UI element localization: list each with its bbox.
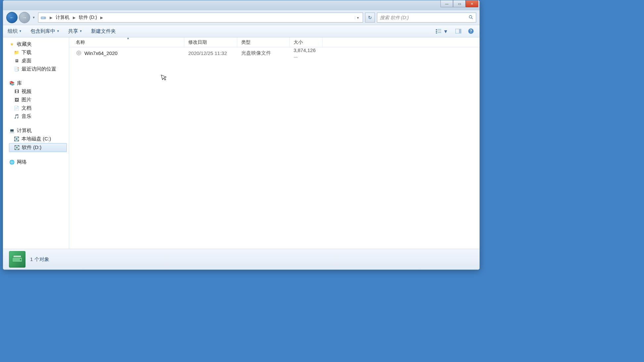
search-box[interactable] — [377, 13, 476, 23]
svg-rect-9 — [438, 32, 441, 33]
column-header-name[interactable]: ▲名称 — [69, 37, 184, 47]
sidebar-item-music[interactable]: 🎵音乐 — [9, 112, 69, 121]
status-bar: 1 个对象 — [3, 249, 480, 270]
svg-point-1 — [44, 18, 45, 18]
search-icon[interactable] — [469, 15, 473, 21]
maximize-button[interactable]: ▭ — [453, 0, 466, 7]
address-row: ← → ▼ ▶ 计算机 ▶ 软件 (D:) ▶ ▾ ↻ — [3, 10, 480, 25]
sidebar-item-videos[interactable]: 🎞视频 — [9, 87, 69, 96]
star-icon: ★ — [9, 41, 15, 47]
svg-rect-18 — [13, 255, 21, 257]
sidebar-item-drive-d[interactable]: 💽软件 (D:) — [9, 143, 67, 152]
svg-point-15 — [78, 52, 79, 54]
address-dropdown[interactable]: ▾ — [355, 16, 361, 20]
breadcrumb-root[interactable]: 计算机 — [56, 15, 69, 21]
iso-file-icon — [76, 50, 82, 56]
file-list-pane[interactable]: ▲名称 修改日期 类型 大小 Win7x64_2020 2020/12/25 1… — [69, 37, 480, 249]
computer-icon: 💻 — [9, 128, 15, 134]
drive-icon — [40, 15, 46, 21]
drive-large-icon — [9, 251, 25, 268]
column-header-type[interactable]: 类型 — [237, 37, 290, 47]
breadcrumb-separator-icon: ▶ — [100, 16, 103, 20]
folder-icon: 📁 — [14, 50, 20, 56]
sidebar-network[interactable]: 🌐网络 — [9, 158, 69, 166]
svg-rect-4 — [436, 29, 437, 30]
help-button[interactable]: ? — [467, 27, 475, 35]
svg-line-3 — [472, 18, 473, 19]
column-header-date[interactable]: 修改日期 — [184, 37, 237, 47]
titlebar[interactable]: — ▭ ✕ — [3, 0, 480, 10]
minimize-button[interactable]: — — [440, 0, 453, 7]
sidebar-item-documents[interactable]: 📄文档 — [9, 104, 69, 112]
sidebar-favorites[interactable]: ★收藏夹 — [9, 40, 69, 48]
drive-icon: 💽 — [14, 145, 20, 151]
file-type: 光盘映像文件 — [237, 50, 290, 56]
organize-menu[interactable]: 组织▼ — [8, 28, 22, 34]
file-row[interactable]: Win7x64_2020 2020/12/25 11:32 光盘映像文件 3,8… — [69, 47, 480, 59]
content-area: ★收藏夹 📁下载 🖥桌面 📑最近访问的位置 📚库 🎞视频 🖼图片 📄文档 🎵音乐… — [3, 37, 480, 249]
forward-button[interactable]: → — [19, 12, 30, 23]
svg-rect-7 — [438, 31, 441, 31]
back-button[interactable]: ← — [6, 12, 18, 23]
sidebar-libraries[interactable]: 📚库 — [9, 79, 69, 87]
sidebar-item-pictures[interactable]: 🖼图片 — [9, 96, 69, 104]
desktop-icon: 🖥 — [14, 58, 20, 64]
document-icon: 📄 — [14, 105, 20, 111]
nav-history-dropdown[interactable]: ▼ — [31, 16, 36, 19]
status-count: 1 个对象 — [30, 256, 49, 263]
share-menu[interactable]: 共享▼ — [68, 28, 82, 34]
svg-point-2 — [469, 15, 472, 18]
include-in-library-menu[interactable]: 包含到库中▼ — [30, 28, 60, 34]
window-controls: — ▭ ✕ — [440, 0, 478, 7]
column-header-size[interactable]: 大小 — [290, 37, 323, 47]
breadcrumb-separator-icon: ▶ — [50, 16, 52, 20]
sidebar-item-drive-c[interactable]: 💽本地磁盘 (C:) — [9, 135, 69, 143]
search-input[interactable] — [380, 15, 469, 20]
music-icon: 🎵 — [14, 114, 20, 120]
toolbar: 组织▼ 包含到库中▼ 共享▼ 新建文件夹 ▼ ? — [3, 25, 480, 37]
file-date: 2020/12/25 11:32 — [184, 50, 237, 56]
file-name: Win7x64_2020 — [84, 50, 117, 56]
breadcrumb-current[interactable]: 软件 (D:) — [79, 15, 97, 21]
breadcrumb-separator-icon: ▶ — [73, 16, 75, 20]
mouse-cursor-icon — [161, 73, 168, 83]
recent-icon: 📑 — [14, 66, 20, 72]
svg-rect-6 — [436, 31, 437, 32]
file-size: 3,874,126 ... — [290, 47, 323, 59]
svg-rect-5 — [438, 29, 441, 29]
sidebar-item-desktop[interactable]: 🖥桌面 — [9, 57, 69, 65]
new-folder-button[interactable]: 新建文件夹 — [91, 28, 116, 34]
sidebar-computer[interactable]: 💻计算机 — [9, 127, 69, 135]
close-button[interactable]: ✕ — [466, 0, 478, 7]
address-bar[interactable]: ▶ 计算机 ▶ 软件 (D:) ▶ ▾ — [38, 13, 363, 23]
svg-text:?: ? — [470, 29, 472, 33]
view-mode-button[interactable]: ▼ — [434, 27, 450, 35]
explorer-window: — ▭ ✕ ← → ▼ ▶ 计算机 ▶ 软件 (D:) ▶ ▾ ↻ — [3, 0, 480, 270]
drive-icon: 💽 — [14, 136, 20, 142]
sort-ascending-icon: ▲ — [127, 36, 130, 40]
refresh-button[interactable]: ↻ — [365, 13, 375, 23]
navigation-pane: ★收藏夹 📁下载 🖥桌面 📑最近访问的位置 📚库 🎞视频 🖼图片 📄文档 🎵音乐… — [3, 37, 69, 249]
network-icon: 🌐 — [9, 159, 15, 165]
column-headers: ▲名称 修改日期 类型 大小 — [69, 37, 480, 47]
library-icon: 📚 — [9, 80, 15, 86]
svg-rect-8 — [436, 32, 437, 33]
sidebar-item-downloads[interactable]: 📁下载 — [9, 48, 69, 57]
svg-point-17 — [20, 259, 21, 260]
preview-pane-button[interactable] — [454, 27, 462, 35]
video-icon: 🎞 — [14, 89, 20, 95]
svg-rect-11 — [459, 29, 461, 33]
picture-icon: 🖼 — [14, 97, 20, 103]
sidebar-item-recent[interactable]: 📑最近访问的位置 — [9, 65, 69, 73]
nav-buttons: ← → ▼ — [6, 12, 36, 23]
